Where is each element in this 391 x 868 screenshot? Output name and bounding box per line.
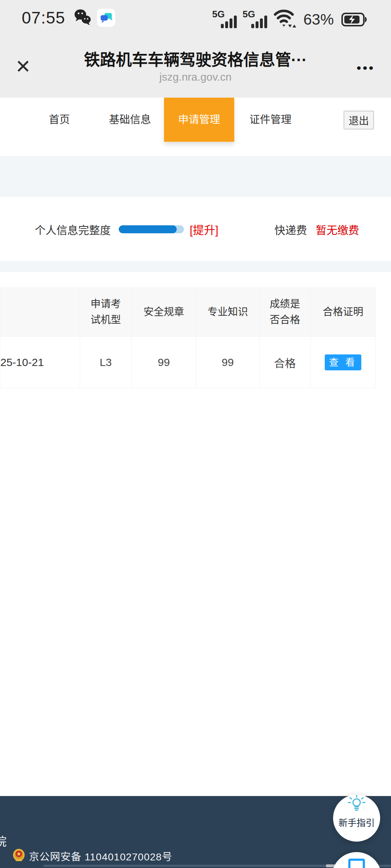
logout-button[interactable]: 退出 <box>344 111 374 129</box>
profile-progress-fill <box>119 225 177 233</box>
signal-5g-icon-2: 5G <box>243 9 267 29</box>
main-nav: 首页 基础信息 申请管理 证件管理 退出 <box>0 98 391 156</box>
close-icon[interactable]: ✕ <box>15 57 31 76</box>
battery-icon <box>341 12 368 29</box>
tab-home[interactable]: 首页 <box>42 98 77 142</box>
battery-percent: 63% <box>303 11 334 28</box>
tab-basic-info[interactable]: 基础信息 <box>106 98 154 142</box>
col-header-certificate: 合格证明 <box>311 288 376 337</box>
completeness-label: 个人信息完整度 <box>35 221 111 237</box>
col-header-date <box>0 288 80 337</box>
chat-window-icon <box>348 859 365 868</box>
cell-action: 查 看 <box>311 337 376 388</box>
police-badge-icon <box>12 848 25 864</box>
cell-pass-status: 合格 <box>260 337 311 388</box>
clock: 07:55 <box>22 8 65 27</box>
beginner-guide-button[interactable]: 新手指引 <box>333 795 380 842</box>
exam-results-table: 申请考试机型 安全规章 专业知识 成绩是否合格 合格证明 25-10-21 L3… <box>0 288 376 388</box>
beian-number: 京公网安备 1104010270028号 <box>29 849 172 863</box>
cell-professional-score: 99 <box>196 337 260 388</box>
col-header-exam-model: 申请考试机型 <box>80 288 132 337</box>
phone-screen: 07:55 <box>0 0 391 868</box>
cell-safety-score: 99 <box>132 337 196 388</box>
improve-link[interactable]: [提升] <box>190 221 218 237</box>
browser-title-bar: ✕ 铁路机车车辆驾驶资格信息管··· jszg.nra.gov.cn ••• <box>0 50 391 93</box>
cell-exam-model: L3 <box>80 337 132 388</box>
table-header-row: 申请考试机型 安全规章 专业知识 成绩是否合格 合格证明 <box>0 288 376 337</box>
col-header-pass-status: 成绩是否合格 <box>260 288 311 337</box>
page-url: jszg.nra.gov.cn <box>43 70 348 84</box>
courier-fee-label: 快递费 <box>274 221 307 237</box>
cell-date: 25-10-21 <box>0 337 80 388</box>
browser-header: 07:55 <box>0 0 391 98</box>
chat-app-icon <box>97 9 115 27</box>
beginner-guide-label: 新手指引 <box>339 816 375 829</box>
tab-application-management[interactable]: 申请管理 <box>164 98 234 142</box>
status-indicators: 5G 5G 63% <box>212 7 368 29</box>
section-band <box>0 261 391 272</box>
wifi-icon <box>273 7 297 29</box>
profile-progress-bar <box>119 225 184 233</box>
lightbulb-icon <box>348 795 366 815</box>
status-bar: 07:55 <box>0 0 391 29</box>
col-header-safety-rules: 安全规章 <box>132 288 196 337</box>
table-row: 25-10-21 L3 99 99 合格 查 看 <box>0 337 376 388</box>
tab-certificate-management[interactable]: 证件管理 <box>247 98 294 142</box>
profile-summary-row: 个人信息完整度 [提升] 快递费 暂无缴费 <box>0 197 391 261</box>
more-menu-icon[interactable]: ••• <box>357 61 375 75</box>
wechat-icon <box>73 8 92 27</box>
courier-fee-status[interactable]: 暂无缴费 <box>316 221 359 237</box>
beian-link[interactable]: 京公网安备 1104010270028号 <box>12 848 172 864</box>
section-band <box>0 156 391 197</box>
notification-icons <box>73 8 115 27</box>
footer-partial-text: 院 <box>0 832 7 849</box>
page-title: 铁路机车车辆驾驶资格信息管··· <box>43 50 348 70</box>
page-footer: 院 京公网安备 1104010270028号 <box>0 796 391 868</box>
view-certificate-button[interactable]: 查 看 <box>325 354 361 370</box>
signal-5g-icon-1: 5G <box>212 9 237 29</box>
col-header-professional-knowledge: 专业知识 <box>196 288 260 337</box>
